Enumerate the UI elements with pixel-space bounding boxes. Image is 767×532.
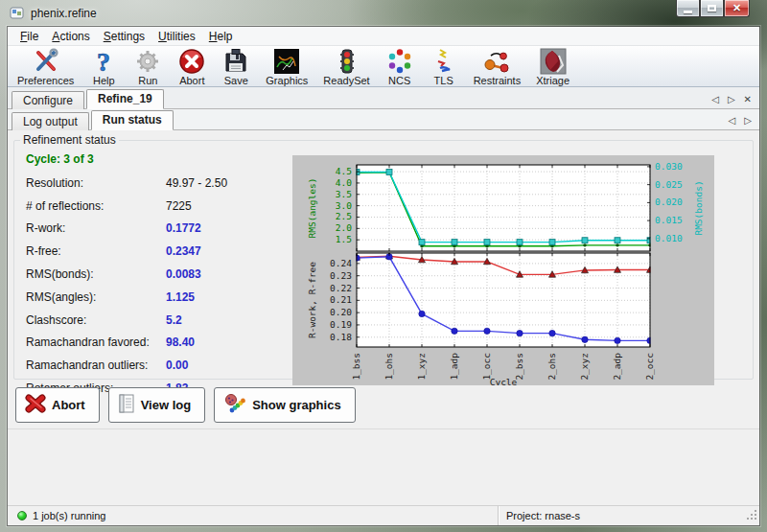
- toolbar-label: Run: [138, 76, 157, 86]
- footer-buttons: Abort View log Show graphics: [15, 387, 356, 423]
- toolbar-label: Help: [93, 76, 115, 86]
- toolbar-button-preferences[interactable]: Preferences: [10, 46, 81, 86]
- save-icon: [221, 47, 250, 76]
- svg-text:0.010: 0.010: [655, 233, 683, 243]
- maximize-button[interactable]: [700, 0, 724, 17]
- main-tab-bar: Configure Refine_19 ◁ ▷ ✕: [8, 87, 759, 109]
- toolbar-button-abort[interactable]: Abort: [170, 46, 214, 86]
- toolbar-button-save[interactable]: Save: [214, 46, 258, 86]
- svg-text:0.20: 0.20: [330, 307, 352, 317]
- tab-scroll-right-icon[interactable]: ▷: [744, 116, 752, 126]
- svg-text:0.015: 0.015: [655, 215, 683, 225]
- abort-button-label: Abort: [52, 398, 85, 412]
- tls-icon: [430, 47, 458, 76]
- toolbar-button-help[interactable]: ? Help: [81, 46, 126, 86]
- jobs-running-text: 1 job(s) running: [33, 510, 105, 521]
- titlebar[interactable]: phenix.refine ✕: [0, 0, 767, 27]
- refinement-plot-svg: 1.52.02.53.03.54.04.50.0100.0150.0200.02…: [292, 155, 714, 385]
- caption-buttons: ✕: [676, 0, 750, 17]
- menu-actions[interactable]: Actions: [45, 28, 96, 45]
- svg-text:0.24: 0.24: [330, 258, 352, 268]
- svg-text:0.030: 0.030: [655, 161, 683, 172]
- menu-file[interactable]: File: [13, 28, 45, 45]
- phenix-refine-window: phenix.refine ✕ File Actions Settings Ut…: [0, 0, 767, 532]
- sub-tab-controls: ◁ ▷: [729, 116, 752, 126]
- svg-text:2_occ: 2_occ: [644, 353, 655, 381]
- status-row-label: R-work:: [26, 221, 166, 235]
- svg-text:0.21: 0.21: [330, 294, 352, 305]
- menu-utilities[interactable]: Utilities: [151, 28, 202, 45]
- tab-scroll-left-icon[interactable]: ◁: [729, 116, 736, 126]
- readyset-icon: [333, 47, 361, 76]
- toolbar-button-restraints[interactable]: Restraints: [466, 46, 529, 86]
- tab-run-status[interactable]: Run status: [91, 110, 174, 130]
- statusbar-jobs-cell: 1 job(s) running: [8, 506, 499, 525]
- tab-configure[interactable]: Configure: [12, 91, 84, 109]
- menu-help[interactable]: Help: [202, 28, 240, 45]
- ncs-icon: [385, 47, 414, 76]
- help-icon: ?: [89, 47, 118, 76]
- svg-text:2_xyz: 2_xyz: [579, 353, 590, 381]
- toolbar-button-readyset[interactable]: ReadySet: [315, 46, 377, 86]
- maximize-icon: [708, 5, 716, 12]
- abort-x-icon: [25, 394, 46, 416]
- sub-tab-bar: Log output Run status ◁ ▷: [8, 109, 759, 130]
- preferences-icon: [32, 47, 60, 76]
- toolbar-label: Xtriage: [536, 76, 569, 86]
- status-row-label: R-free:: [26, 244, 166, 258]
- status-row-label: Ramachandran favored:: [26, 335, 166, 349]
- toolbar-button-run[interactable]: Run: [126, 46, 170, 86]
- run-icon: [133, 47, 162, 76]
- job-running-led-icon: [17, 511, 27, 520]
- status-row-label: RMS(bonds):: [26, 267, 166, 281]
- svg-text:0.22: 0.22: [330, 283, 352, 293]
- minimize-button[interactable]: [676, 0, 700, 17]
- menu-settings[interactable]: Settings: [97, 28, 151, 45]
- toolbar-button-tls[interactable]: TLS: [422, 46, 466, 86]
- tab-refine-19[interactable]: Refine_19: [86, 89, 164, 109]
- menubar: File Actions Settings Utilities Help: [8, 27, 759, 46]
- statusbar: 1 job(s) running Project: rnase-s: [8, 505, 759, 525]
- status-row-label: RMS(angles):: [26, 290, 166, 304]
- toolbar-label: Restraints: [474, 76, 522, 86]
- svg-text:4.0: 4.0: [336, 177, 352, 188]
- toolbar-label: NCS: [388, 76, 410, 86]
- chart-panel: 1.52.02.53.03.54.04.50.0100.0150.0200.02…: [292, 155, 714, 385]
- abort-icon: [177, 47, 206, 76]
- svg-text:RMS(angles): RMS(angles): [307, 178, 317, 239]
- view-log-icon: [118, 394, 135, 416]
- svg-text:?: ?: [97, 48, 110, 75]
- client-area: File Actions Settings Utilities Help Pre…: [8, 27, 759, 525]
- show-graphics-button[interactable]: Show graphics: [214, 387, 355, 423]
- run-status-panel: Refinement status Cycle: 3 of 3 Resoluti…: [8, 130, 759, 505]
- svg-text:0.18: 0.18: [330, 332, 352, 342]
- statusbar-project-cell: Project: rnase-s: [499, 506, 759, 525]
- toolbar-button-graphics[interactable]: Graphics: [258, 46, 315, 86]
- abort-button[interactable]: Abort: [15, 387, 100, 423]
- tab-log-output[interactable]: Log output: [12, 112, 89, 130]
- svg-text:1_bss: 1_bss: [351, 353, 361, 381]
- view-log-button[interactable]: View log: [108, 387, 206, 423]
- toolbar-button-ncs[interactable]: NCS: [378, 46, 422, 86]
- refinement-chart: 1.52.02.53.03.54.04.50.0100.0150.0200.02…: [292, 155, 714, 389]
- close-icon: ✕: [732, 2, 741, 14]
- tab-scroll-left-icon[interactable]: ◁: [711, 95, 719, 104]
- svg-text:RMS(bonds): RMS(bonds): [693, 180, 704, 235]
- restraints-icon: [482, 47, 511, 76]
- svg-text:2_adp: 2_adp: [612, 353, 622, 381]
- xtriage-icon: [539, 47, 568, 76]
- toolbar: Preferences ? Help Run Abort: [8, 46, 759, 87]
- resize-grip[interactable]: [746, 509, 757, 522]
- svg-text:1_adp: 1_adp: [449, 353, 459, 381]
- svg-text:3.0: 3.0: [336, 200, 352, 211]
- toolbar-label: Save: [224, 76, 248, 86]
- tab-scroll-right-icon[interactable]: ▷: [728, 95, 735, 104]
- tab-close-icon[interactable]: ✕: [744, 95, 752, 104]
- close-button[interactable]: ✕: [724, 0, 750, 17]
- toolbar-label: TLS: [434, 76, 453, 86]
- svg-text:2_ohs: 2_ohs: [546, 353, 557, 381]
- status-row-label: # of reflections:: [26, 199, 166, 213]
- refinement-status-group: Refinement status Cycle: 3 of 3 Resoluti…: [13, 133, 754, 380]
- toolbar-button-xtriage[interactable]: Xtriage: [528, 46, 577, 86]
- svg-text:2.5: 2.5: [336, 211, 352, 221]
